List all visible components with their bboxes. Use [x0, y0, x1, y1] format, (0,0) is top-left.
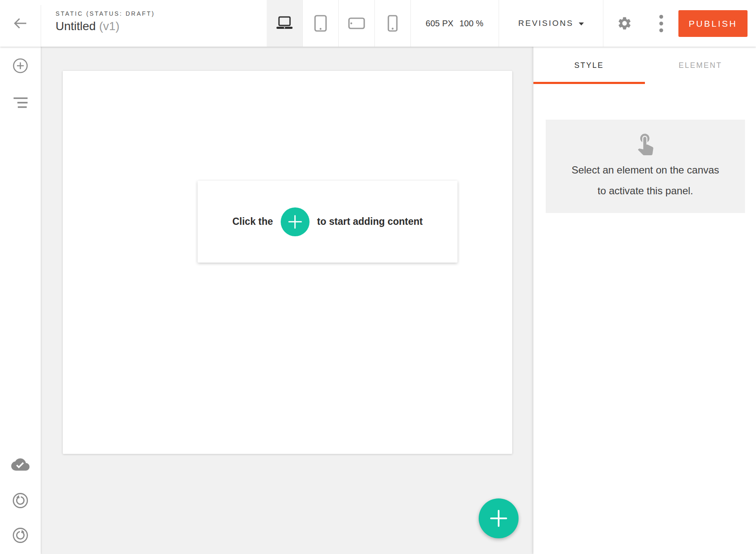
- redo-button[interactable]: [11, 526, 30, 545]
- add-content-button[interactable]: [11, 56, 30, 75]
- back-arrow-icon: [13, 17, 28, 30]
- device-preview-switcher: [267, 0, 411, 47]
- page-version: (v1): [99, 20, 120, 33]
- revisions-dropdown[interactable]: REVISIONS: [499, 0, 603, 47]
- inspector-panel: STYLE ELEMENT Select an element on the c…: [533, 47, 756, 554]
- caret-down-icon: [579, 22, 584, 25]
- hint-prefix: Click the: [232, 216, 273, 227]
- page-contents-icon: [13, 97, 28, 109]
- gear-icon: [617, 16, 632, 31]
- phone-icon: [388, 15, 398, 32]
- save-status-indicator: [11, 455, 30, 474]
- empty-canvas-hint-card: Click the to start adding content: [198, 181, 458, 263]
- panel-empty-state: Select an element on the canvas to activ…: [546, 120, 745, 213]
- inspector-tabs: STYLE ELEMENT: [533, 47, 756, 84]
- canvas-area: Click the to start adding content: [41, 47, 533, 554]
- plus-circle-icon: [281, 207, 310, 236]
- redo-icon: [12, 527, 29, 544]
- panel-empty-state-text: Select an element on the canvas to activ…: [546, 159, 745, 201]
- back-button[interactable]: [0, 0, 41, 47]
- undo-button[interactable]: [11, 491, 30, 510]
- page-title-text: Untitled: [56, 20, 96, 33]
- revisions-label: REVISIONS: [518, 19, 573, 28]
- page-title[interactable]: Untitled (v1): [56, 20, 155, 33]
- page-contents-button[interactable]: [11, 93, 30, 112]
- touch-tap-icon: [546, 131, 745, 155]
- active-tab-underline: [533, 82, 645, 84]
- page-title-block: STATIC (STATUS: DRAFT) Untitled (v1): [56, 10, 155, 33]
- tab-style[interactable]: STYLE: [533, 47, 645, 84]
- kebab-menu-icon: [659, 15, 663, 19]
- header-divider: [41, 5, 41, 47]
- laptop-icon: [275, 16, 294, 31]
- device-phone-button[interactable]: [375, 0, 411, 47]
- device-desktop-button[interactable]: [267, 0, 303, 47]
- page-status: STATIC (STATUS: DRAFT): [56, 10, 155, 17]
- add-circle-icon: [12, 58, 28, 74]
- add-content-fab[interactable]: [479, 498, 519, 538]
- page-builder-app: STATIC (STATUS: DRAFT) Untitled (v1): [0, 0, 756, 554]
- tablet-landscape-icon: [348, 17, 365, 29]
- hint-suffix: to start adding content: [317, 216, 423, 227]
- cloud-saved-icon: [11, 457, 30, 472]
- zoom-level-label[interactable]: 100 %: [459, 19, 483, 28]
- more-options-button[interactable]: [653, 14, 669, 33]
- settings-button[interactable]: [616, 14, 633, 32]
- publish-button[interactable]: PUBLISH: [678, 10, 748, 37]
- device-tablet-portrait-button[interactable]: [303, 0, 339, 47]
- top-bar: STATIC (STATUS: DRAFT) Untitled (v1): [0, 0, 756, 47]
- tablet-portrait-icon: [314, 15, 327, 32]
- device-tablet-landscape-button[interactable]: [339, 0, 375, 47]
- left-toolbar: [0, 47, 41, 554]
- undo-icon: [12, 492, 29, 509]
- canvas-dimensions: 605 PX 100 %: [410, 0, 499, 47]
- tab-element[interactable]: ELEMENT: [645, 47, 756, 84]
- canvas-width-label: 605 PX: [426, 19, 454, 28]
